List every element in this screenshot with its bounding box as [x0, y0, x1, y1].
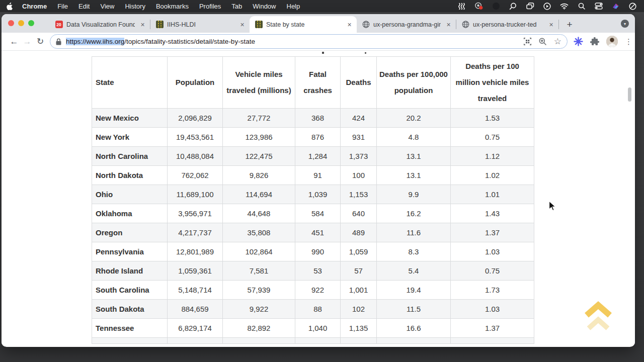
- table-row: New Mexico2,096,82927,77236842420.21.53: [92, 109, 534, 128]
- spotlight-search-icon[interactable]: [577, 2, 586, 11]
- extension-burst-icon[interactable]: [574, 37, 583, 46]
- value-cell: 0.75: [451, 261, 534, 281]
- menubar-item-tab[interactable]: Tab: [231, 3, 242, 10]
- menubar-item-file[interactable]: File: [57, 3, 68, 10]
- value-cell: 12,801,989: [168, 242, 223, 261]
- column-header: Deaths per 100,000 population: [377, 57, 451, 109]
- tab-title: ux-persona-trucker-ted: [473, 21, 543, 28]
- lock-icon[interactable]: [56, 38, 61, 45]
- record-badge-icon[interactable]: [474, 2, 483, 11]
- state-cell: Tennessee: [92, 319, 168, 338]
- table-row: North Carolina10,488,084122,4751,2841,37…: [92, 147, 534, 166]
- loupe-icon[interactable]: [509, 2, 517, 11]
- table-row: South Dakota884,6599,9228810211.51.03: [92, 300, 534, 319]
- tab-strip: 20 Data Visualization Founda × IIHS-HLDI…: [2, 14, 635, 33]
- tab-ux-persona-grandma[interactable]: ux-persona-grandma-gin ×: [357, 16, 456, 33]
- page-content: StatePopulationVehicle miles traveled (m…: [2, 51, 635, 346]
- close-tab-icon[interactable]: ×: [547, 21, 555, 29]
- play-circle-icon[interactable]: [543, 2, 551, 11]
- iihs-road-favicon: [155, 21, 164, 29]
- table-row: Ohio11,689,100114,6941,0391,1539.91.01: [92, 185, 534, 204]
- minimize-window-button[interactable]: [18, 20, 24, 26]
- value-cell: 100: [341, 166, 377, 185]
- value-cell: 102: [341, 300, 377, 319]
- table-row: North Dakota762,0629,8269110013.11.02: [92, 166, 534, 185]
- close-window-button[interactable]: [8, 20, 14, 26]
- back-to-top-button[interactable]: [584, 301, 612, 332]
- value-cell: 1.12: [451, 147, 534, 166]
- extensions-puzzle-icon[interactable]: [590, 37, 599, 46]
- forward-button[interactable]: →: [21, 37, 34, 47]
- value-cell: 114,694: [223, 185, 295, 204]
- table-row: Pennsylvania12,801,989102,8649901,0598.3…: [92, 242, 534, 261]
- wifi-icon[interactable]: [560, 2, 569, 11]
- value-cell: 1,040: [295, 319, 341, 338]
- value-cell: 1.01: [451, 185, 534, 204]
- value-cell: 35,808: [223, 223, 295, 242]
- colorful-app-icon[interactable]: [611, 2, 620, 11]
- zoom-in-icon[interactable]: [539, 38, 546, 45]
- menubar-item-help[interactable]: Help: [287, 3, 300, 10]
- control-center-icon[interactable]: [594, 2, 603, 11]
- tab-data-visualization[interactable]: 20 Data Visualization Founda ×: [50, 16, 150, 33]
- value-cell: 9,826: [223, 166, 295, 185]
- badge-20-favicon: 20: [55, 21, 63, 29]
- value-cell: 1.43: [451, 204, 534, 223]
- menubar-item-chrome[interactable]: Chrome: [22, 3, 47, 10]
- value-cell: 7,581: [223, 261, 295, 281]
- menubar-status-icons: [457, 2, 637, 11]
- new-tab-button[interactable]: +: [563, 18, 576, 31]
- table-header: StatePopulationVehicle miles traveled (m…: [92, 57, 534, 109]
- menubar-item-view[interactable]: View: [100, 3, 114, 10]
- address-bar[interactable]: https://www.iihs.org/topics/fatality-sta…: [50, 34, 568, 49]
- page-scrollbar-thumb[interactable]: [628, 87, 631, 102]
- focus-slash-icon[interactable]: [628, 2, 637, 11]
- menubar-item-history[interactable]: History: [125, 3, 145, 10]
- dark-circle-icon[interactable]: [492, 2, 500, 11]
- menubar-item-edit[interactable]: Edit: [78, 3, 90, 10]
- value-cell: 122,475: [223, 147, 295, 166]
- column-header: Population: [168, 57, 223, 109]
- value-cell: 3,956,971: [168, 204, 223, 223]
- value-cell: 1,135: [341, 319, 377, 338]
- tab-state-by-state-active[interactable]: State by state ×: [250, 16, 357, 33]
- reload-button[interactable]: ↻: [34, 36, 47, 47]
- tab-iihs-hldi[interactable]: IIHS-HLDI ×: [150, 16, 250, 33]
- value-cell: 584: [295, 204, 341, 223]
- menubar-items: ChromeFileEditViewHistoryBookmarksProfil…: [22, 3, 300, 10]
- screen-mirror-icon[interactable]: [526, 2, 534, 11]
- back-button[interactable]: ←: [8, 37, 21, 47]
- value-cell: 91: [295, 166, 341, 185]
- close-tab-icon[interactable]: ×: [444, 21, 453, 29]
- value-cell: 2,096,829: [168, 109, 223, 128]
- close-tab-icon[interactable]: ×: [238, 21, 247, 29]
- browser-menu-icon[interactable]: ⋮: [625, 37, 630, 46]
- value-cell: 1.53: [451, 109, 534, 128]
- column-header: Deaths per 100 million vehicle miles tra…: [451, 57, 534, 109]
- value-cell: 4.8: [377, 128, 451, 147]
- value-cell: 876: [295, 128, 341, 147]
- value-cell: 4,217,737: [168, 223, 223, 242]
- menubar-item-window[interactable]: Window: [253, 3, 276, 10]
- profile-avatar[interactable]: [606, 36, 618, 47]
- bookmark-star-icon[interactable]: ☆: [554, 37, 561, 46]
- waves-icon[interactable]: [457, 2, 466, 11]
- close-tab-icon[interactable]: ×: [138, 21, 147, 29]
- value-cell: 27,772: [223, 109, 295, 128]
- value-cell: 1.03: [451, 242, 534, 261]
- column-header: Deaths: [341, 57, 377, 109]
- screenshot-grid-icon[interactable]: [524, 38, 531, 45]
- close-tab-icon[interactable]: ×: [345, 21, 354, 29]
- value-cell: 990: [295, 242, 341, 261]
- apple-logo-icon[interactable]: [7, 3, 13, 10]
- menubar-item-profiles[interactable]: Profiles: [199, 3, 221, 10]
- menubar-item-bookmarks[interactable]: Bookmarks: [156, 3, 189, 10]
- url-path-text: /topics/fatality-statistics/detail/state…: [124, 38, 255, 45]
- tab-search-button[interactable]: ▾: [621, 20, 629, 28]
- value-cell: 9.9: [377, 185, 451, 204]
- zoom-window-button[interactable]: [28, 20, 34, 26]
- table-row: South Carolina5,148,71457,9399221,00119.…: [92, 281, 534, 300]
- value-cell: 20.2: [377, 109, 451, 128]
- tab-ux-persona-trucker[interactable]: ux-persona-trucker-ted ×: [456, 16, 558, 33]
- state-cell: Ohio: [92, 185, 168, 204]
